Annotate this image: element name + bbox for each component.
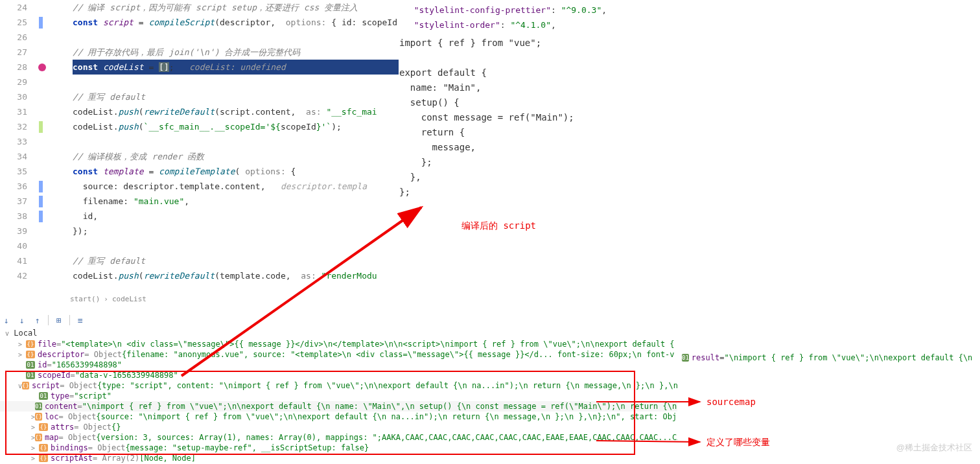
breadcrumb-item[interactable]: codeList: [112, 295, 146, 303]
gutter-row[interactable]: 40: [0, 238, 70, 253]
line-number: 28: [0, 62, 32, 72]
annotation-defined-vars: 定义了哪些变量: [706, 437, 770, 448]
debug-variable-row[interactable]: >{}scriptAst = Array(2) [Node, Node]: [0, 453, 677, 463]
compiled-line: export default {: [399, 65, 678, 80]
step-up-icon[interactable]: ↑: [32, 315, 43, 325]
code-line[interactable]: source: descriptor.template.content, des…: [73, 179, 399, 194]
gutter-row[interactable]: 41: [0, 253, 70, 268]
gutter-row[interactable]: 26: [0, 30, 70, 45]
expand-icon[interactable]: >: [31, 455, 39, 462]
breakpoint-icon[interactable]: [38, 64, 46, 71]
code-line[interactable]: // 重写 default: [73, 89, 399, 104]
gutter-row[interactable]: 42: [0, 268, 70, 283]
gutter-row[interactable]: 38: [0, 209, 70, 224]
compiled-line: message,: [399, 140, 678, 155]
debug-variable-row[interactable]: 01content = "\nimport { ref } from \"vue…: [0, 401, 677, 412]
code-line[interactable]: const template = compileTemplate( option…: [73, 164, 399, 179]
expand-icon[interactable]: [18, 362, 26, 369]
code-line[interactable]: const codeList = []; codeList: undefined: [73, 60, 399, 75]
debug-variable-row[interactable]: v{}script = Object {type: "script", cont…: [0, 380, 677, 391]
gutter-row[interactable]: 32: [0, 119, 70, 134]
code-line[interactable]: const script = compileScript(descriptor,…: [73, 15, 399, 30]
gutter-row[interactable]: 39: [0, 224, 70, 238]
line-number: 29: [0, 77, 32, 87]
gutter-row[interactable]: 24: [0, 0, 70, 15]
code-line[interactable]: codeList.push(`__sfc_main__.__scopeId='$…: [73, 119, 399, 134]
gutter-row[interactable]: 27: [0, 45, 70, 60]
gutter-row[interactable]: 33: [0, 134, 70, 149]
gutter-row[interactable]: 37: [0, 194, 70, 209]
code-line[interactable]: codeList.push(rewriteDefault(script.cont…: [73, 104, 399, 119]
code-line[interactable]: id,: [73, 209, 399, 224]
code-line[interactable]: "stylelint-config-prettier": "^9.0.3",: [404, 3, 975, 17]
debug-scope-root[interactable]: v Local: [0, 327, 677, 339]
list-icon[interactable]: ≡: [75, 315, 86, 325]
code-line[interactable]: [73, 75, 399, 89]
line-number: 37: [0, 196, 32, 206]
line-number: 31: [0, 107, 32, 117]
expand-icon[interactable]: >: [31, 424, 39, 431]
code-line[interactable]: [73, 30, 399, 45]
expand-icon[interactable]: >: [18, 341, 26, 348]
expand-icon[interactable]: >: [31, 445, 39, 452]
type-icon: 01: [26, 371, 35, 379]
expand-icon[interactable]: [31, 393, 39, 400]
code-line[interactable]: // 编译模板，变成 render 函数: [73, 149, 399, 164]
debug-variable-row[interactable]: >{}map = Object {version: 3, sources: Ar…: [0, 432, 677, 443]
expand-icon[interactable]: v: [5, 330, 9, 337]
step-down-icon[interactable]: ↓: [17, 315, 27, 325]
gutter-row[interactable]: 36: [0, 179, 70, 194]
gutter-row[interactable]: 34: [0, 149, 70, 164]
line-number: 39: [0, 226, 32, 236]
line-number: 27: [0, 47, 32, 57]
type-icon: {}: [39, 423, 48, 431]
diff-marker-icon: [39, 211, 43, 222]
compiled-line: return {: [399, 125, 678, 140]
code-line[interactable]: "stylelint-order": "^4.1.0",: [404, 17, 975, 32]
type-icon: 01: [26, 361, 35, 369]
step-down-icon[interactable]: ↓: [1, 315, 12, 325]
gutter-row[interactable]: 28: [0, 60, 70, 75]
debug-variable-row[interactable]: 01id = "1656339948898": [0, 360, 677, 370]
gutter-row[interactable]: 35: [0, 164, 70, 179]
debug-variable-row[interactable]: >{}attrs = Object {}: [0, 422, 677, 432]
line-number: 30: [0, 92, 32, 102]
diff-marker-icon: [39, 196, 43, 207]
gutter-row[interactable]: 29: [0, 75, 70, 89]
gutter-row[interactable]: 31: [0, 104, 70, 119]
code-line[interactable]: });: [73, 224, 399, 238]
compiled-line: setup() {: [399, 95, 678, 110]
debug-variable-row[interactable]: 01scopeId = "data-v-1656339948898": [0, 370, 677, 380]
line-number: 25: [0, 17, 32, 27]
code-line[interactable]: [73, 134, 399, 149]
gutter-row[interactable]: 30: [0, 89, 70, 104]
code-line[interactable]: // 重写 default: [73, 253, 399, 268]
debug-variable-row[interactable]: >{}bindings = Object {message: "setup-ma…: [0, 443, 677, 453]
gutter-row[interactable]: 25: [0, 15, 70, 30]
compiled-line: };: [399, 155, 678, 170]
code-line[interactable]: codeList.push(rewriteDefault(template.co…: [73, 268, 399, 283]
line-number: 42: [0, 271, 32, 281]
frames-icon[interactable]: ⊞: [54, 315, 64, 325]
compiled-line: name: "Main",: [399, 80, 678, 95]
annotation-sourcemap: sourcemap: [706, 397, 756, 407]
code-line[interactable]: // 编译 script，因为可能有 script setup，还要进行 css…: [73, 0, 399, 15]
debug-variable-row[interactable]: >{}file = "<template>\n <div class=\"mes…: [0, 339, 677, 349]
code-area[interactable]: // 编译 script，因为可能有 script setup，还要进行 css…: [70, 0, 399, 292]
code-line[interactable]: // 用于存放代码，最后 join('\n') 合并成一份完整代码: [73, 45, 399, 60]
expand-icon[interactable]: [18, 372, 26, 379]
breadcrumb-item[interactable]: start(): [70, 295, 100, 303]
debug-variable-row[interactable]: 01type = "script": [0, 391, 677, 401]
code-line[interactable]: filename: "main.vue",: [73, 194, 399, 209]
editor-gutter: 24252627282930313233343536373839404142: [0, 0, 70, 292]
debug-variable-row[interactable]: >{}loc = Object {source: "\nimport { ref…: [0, 412, 677, 422]
code-line[interactable]: [73, 238, 399, 253]
compiled-line: },: [399, 170, 678, 185]
debug-variable-row[interactable]: >{}descriptor = Object {filename: "anony…: [0, 349, 677, 360]
type-icon: 01: [682, 354, 689, 362]
line-number: 24: [0, 3, 32, 12]
line-number: 40: [0, 241, 32, 251]
line-number: 38: [0, 211, 32, 221]
result-panel: 01 result = "\nimport { ref } from \"vue…: [681, 352, 979, 364]
expand-icon[interactable]: >: [18, 351, 26, 358]
